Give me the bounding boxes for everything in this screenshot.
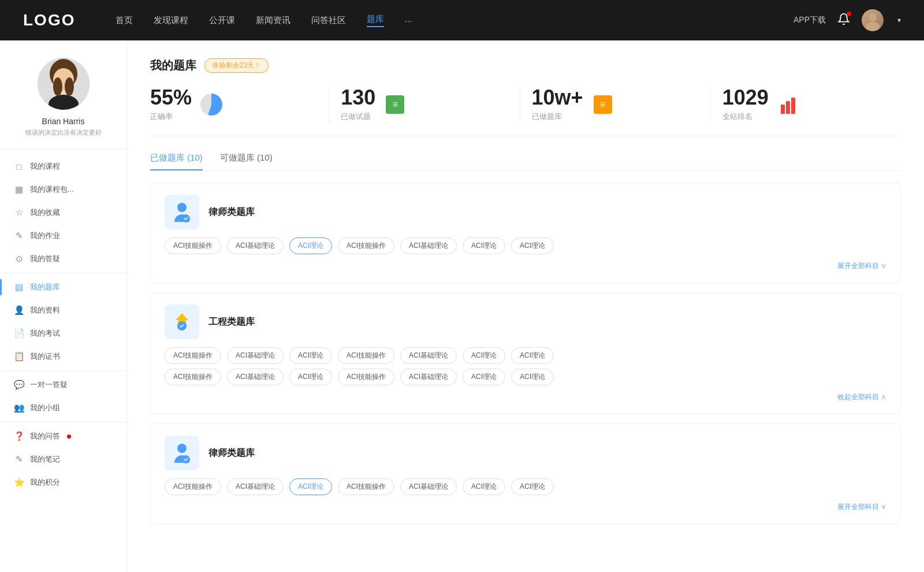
stat-label: 正确率 [150,112,192,122]
tags-row: ACI技能操作ACI基础理论ACI理论ACI技能操作ACI基础理论ACI理论AC… [165,478,886,495]
trial-badge: 体验剩余23天！ [204,58,269,73]
sidebar-item-label: 我的课程 [30,161,60,172]
stat-label: 已做题库 [532,112,583,122]
bar-chart-icon [781,95,795,114]
sidebar-item-我的小组[interactable]: 👥我的小组 [0,396,126,419]
tag[interactable]: ACI基础理论 [400,369,457,385]
tag[interactable]: ACI理论 [289,237,332,254]
sidebar-item-label: 我的问答 [30,431,60,441]
tab-item[interactable]: 可做题库 (10) [220,153,273,170]
bank-section: 工程类题库 ACI技能操作ACI基础理论ACI理论ACI技能操作ACI基础理论A… [150,292,901,414]
sidebar-item-icon: □ [14,162,24,172]
sidebar-item-我的证书[interactable]: 📋我的证书 [0,345,126,368]
tag[interactable]: ACI理论 [289,347,332,364]
stat-value: 130 [341,87,375,108]
notification-bell[interactable] [837,13,850,28]
avatar-image [862,9,884,31]
avatar[interactable] [862,9,884,31]
tag[interactable]: ACI技能操作 [165,347,221,364]
bank-icon [165,304,199,339]
tag[interactable]: ACI技能操作 [165,478,221,495]
tag[interactable]: ACI基础理论 [227,347,284,364]
main-wrapper: Brian Harris 错误的决定比没有决定要好 □我的课程▦我的课程包...… [0,40,924,572]
sidebar-item-icon: ❓ [14,431,24,441]
sidebar-item-我的笔记[interactable]: ✎我的笔记 [0,448,126,471]
bank-title: 工程类题库 [208,316,255,328]
sidebar-item-label: 我的资料 [30,305,60,315]
navbar-dropdown-arrow[interactable]: ▾ [897,16,901,24]
stat-value: 1029 [722,87,769,108]
tag[interactable]: ACI理论 [511,478,554,495]
tag[interactable]: ACI理论 [463,347,505,364]
tag[interactable]: ACI理论 [289,478,332,495]
sidebar-item-我的作业[interactable]: ✎我的作业 [0,224,126,247]
sidebar-item-我的问答[interactable]: ❓我的问答 [0,425,126,448]
sidebar-item-icon: ⊙ [14,254,24,264]
stat-item: 55% 正确率 [150,87,329,122]
sidebar-item-label: 我的答疑 [30,254,60,264]
svg-point-12 [177,444,187,453]
tab-item[interactable]: 已做题库 (10) [150,153,203,170]
sidebar-item-一对一答疑[interactable]: 💬一对一答疑 [0,373,126,396]
tag[interactable]: ACI基础理论 [227,237,284,254]
tag[interactable]: ACI技能操作 [165,369,221,385]
sidebar-item-我的课程[interactable]: □我的课程 [0,155,126,178]
tag[interactable]: ACI基础理论 [227,369,284,385]
sidebar-item-icon: ☆ [14,207,24,218]
tag[interactable]: ACI技能操作 [338,478,394,495]
tag[interactable]: ACI基础理论 [400,347,457,364]
sidebar-item-我的资料[interactable]: 👤我的资料 [0,299,126,322]
logo[interactable]: LOGO [23,11,81,29]
tag[interactable]: ACI技能操作 [165,237,221,254]
collapse-button[interactable]: 收起全部科目 ∧ [837,393,886,401]
sidebar-item-icon: 👥 [14,403,24,413]
nav-link[interactable]: 新闻资讯 [256,15,290,26]
stat-value-area: 55% 正确率 [150,87,192,122]
nav-link[interactable]: 首页 [116,15,133,26]
nav-link[interactable]: 发现课程 [154,15,188,26]
bank-section-header: 律师类题库 [165,195,886,229]
sidebar-item-我的答疑[interactable]: ⊙我的答疑 [0,247,126,270]
sidebar-item-我的收藏[interactable]: ☆我的收藏 [0,201,126,224]
navbar-right: APP下载 ▾ [793,9,901,31]
tag[interactable]: ACI基础理论 [400,237,457,254]
tag[interactable]: ACI技能操作 [338,369,394,385]
stat-value: 55% [150,87,192,108]
sidebar-item-我的课程包...[interactable]: ▦我的课程包... [0,178,126,201]
nav-link[interactable]: 问答社区 [311,15,346,26]
tag[interactable]: ACI理论 [511,237,554,254]
tag[interactable]: ACI技能操作 [338,347,394,364]
tag[interactable]: ACI基础理论 [400,478,457,495]
profile-avatar[interactable] [38,58,90,110]
tag[interactable]: ACI技能操作 [338,237,394,254]
tag[interactable]: ACI理论 [511,347,554,364]
sidebar-item-我的考试[interactable]: 📄我的考试 [0,322,126,345]
stat-item: 1029 全站排名 [722,87,901,122]
notification-dot [847,12,851,16]
stat-label: 已做试题 [341,112,375,122]
sidebar-item-我的题库[interactable]: ▤我的题库 [0,276,126,299]
sidebar-item-label: 我的考试 [30,328,60,339]
app-download-button[interactable]: APP下载 [793,15,826,25]
bank-footer: 展开全部科目 ∨ [165,501,886,512]
nav-link[interactable]: 题库 [367,14,384,27]
tag[interactable]: ACI理论 [511,369,554,385]
tag[interactable]: ACI理论 [463,369,505,385]
tag[interactable]: ACI理论 [463,478,505,495]
svg-point-1 [866,22,880,31]
sidebar-item-我的积分[interactable]: ⭐我的积分 [0,471,126,494]
tag[interactable]: ACI基础理论 [227,478,284,495]
expand-button[interactable]: 展开全部科目 ∨ [837,262,886,270]
tag[interactable]: ACI理论 [289,369,332,385]
main-content: 我的题库 体验剩余23天！ 55% 正确率 130 已做试题 ≡ 10w+ 已做… [127,40,924,572]
stat-item: 130 已做试题 ≡ [341,87,520,122]
nav-link[interactable]: ··· [405,16,412,25]
bank-section: 律师类题库 ACI技能操作ACI基础理论ACI理论ACI技能操作ACI基础理论A… [150,183,901,283]
expand-button[interactable]: 展开全部科目 ∨ [837,503,886,511]
svg-point-0 [869,13,877,21]
tag[interactable]: ACI理论 [463,237,505,254]
nav-link[interactable]: 公开课 [209,15,235,26]
sidebar-item-icon: ⭐ [14,477,24,488]
stat-value-area: 1029 全站排名 [722,87,769,122]
sidebar-item-icon: ▦ [14,184,24,195]
